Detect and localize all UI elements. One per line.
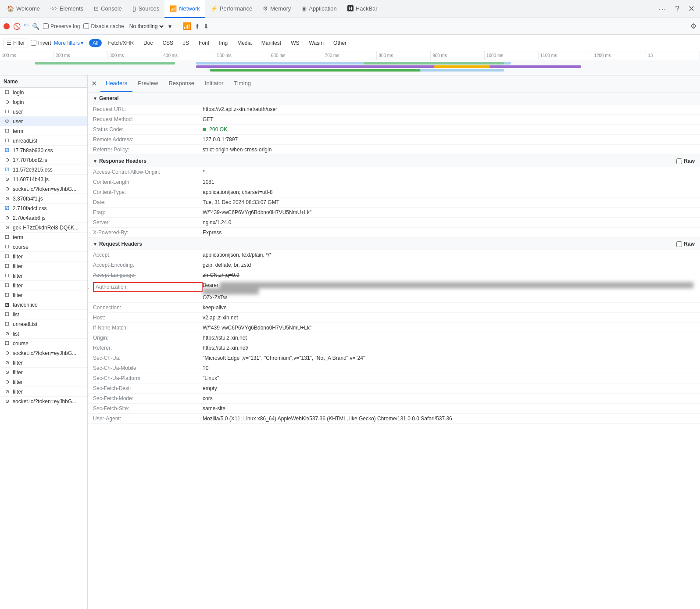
tab-memory[interactable]: ⚙ Memory [257,0,296,18]
req-name-list-1: list [13,312,84,318]
type-btn-wasm[interactable]: Wasm [306,39,328,47]
tab-sources[interactable]: {} Sources [127,0,164,18]
request-item-login-2[interactable]: ⊙ login [0,97,87,107]
req-name-filter-5: filter [13,292,84,298]
preserve-log-checkbox[interactable]: Preserve log [43,23,80,29]
request-item-course-1[interactable]: ☐ course [0,242,87,252]
request-item-favicon[interactable]: 🖼 favicon.ico [0,300,87,310]
type-btn-manifest[interactable]: Manifest [258,39,285,47]
request-item-unreadlist-2[interactable]: ☐ unreadList [0,319,87,329]
req-name-favicon: favicon.ico [13,302,84,308]
disable-cache-input[interactable] [83,23,89,29]
request-item-socket-1[interactable]: ⊙ socket.io/?token=eyJhbG... [0,184,87,194]
preserve-log-input[interactable] [43,23,49,29]
type-btn-js[interactable]: JS [179,39,193,47]
request-item-login-1[interactable]: ☐ login [0,88,87,97]
tab-timing[interactable]: Timing [229,75,257,92]
response-headers-section-header[interactable]: ▼ Response Headers Raw [88,155,700,167]
request-item-filter-3[interactable]: ☐ filter [0,271,87,281]
request-item-filter-5[interactable]: ☐ filter [0,290,87,300]
upload-har-icon[interactable]: ⬆ [195,23,200,30]
download-har-icon[interactable]: ⬇ [204,23,209,30]
type-btn-css[interactable]: CSS [159,39,177,47]
tab-performance[interactable]: ⚡ Performance [205,0,257,18]
request-item-socket-3[interactable]: ⊙ socket.io/?token=eyJhbG... [0,397,87,406]
tab-headers[interactable]: Headers [100,75,132,92]
throttle-dropdown-icon[interactable]: ▾ [168,23,171,30]
auth-blurred-value: ████████████████████████████████████████… [203,282,693,294]
type-btn-fetch-xhr[interactable]: Fetch/XHR [104,39,137,47]
tab-application[interactable]: ▣ Application [296,0,342,18]
request-item-term-1[interactable]: ☐ term [0,126,87,136]
request-item-filter-7[interactable]: ⊙ filter [0,368,87,377]
request-item-js-4[interactable]: ⊙ 2.70c4aab6.js [0,213,87,223]
tab-network[interactable]: 📶 Network [164,0,205,18]
more-tabs-btn[interactable]: ⋯ [655,2,670,15]
tab-initiator[interactable]: Initiator [200,75,229,92]
type-btn-doc[interactable]: Doc [140,39,156,47]
request-item-js-1[interactable]: ⊙ 17.707bbdf2.js [0,155,87,165]
type-btn-ws[interactable]: WS [287,39,303,47]
request-item-user-selected[interactable]: ⚙ user [0,117,87,126]
request-item-filter-9[interactable]: ⊙ filter [0,387,87,397]
request-item-filter-1[interactable]: ☐ filter [0,252,87,262]
request-item-js-2[interactable]: ⊙ 11.60714b43.js [0,175,87,184]
close-devtools-icon[interactable]: ✕ [685,2,698,15]
type-btn-all[interactable]: All [89,39,102,47]
invert-wrap[interactable]: Invert [31,40,51,46]
search-button[interactable]: 🔍 [32,23,39,30]
type-btn-img[interactable]: Img [215,39,231,47]
settings-icon[interactable]: ⚙ [690,22,696,30]
request-item-css-3[interactable]: ☑ 2.710fadcf.css [0,204,87,213]
request-item-filter-8[interactable]: ⊙ filter [0,377,87,387]
tab-response[interactable]: Response [163,75,200,92]
tick-900ms: 900 ms [431,51,485,60]
request-item-filter-6[interactable]: ⊙ filter [0,358,87,368]
request-item-unreadlist-1[interactable]: ☐ unreadList [0,136,87,146]
general-section-header[interactable]: ▼ General [88,92,700,104]
disable-cache-checkbox[interactable]: Disable cache [83,23,124,29]
request-item-list-2[interactable]: ⊙ list [0,329,87,339]
request-item-course-2[interactable]: ☐ course [0,339,87,348]
tab-console[interactable]: ⊡ Console [89,0,127,18]
request-item-filter-4[interactable]: ☐ filter [0,281,87,290]
request-raw-checkbox[interactable] [676,241,682,247]
throttle-select[interactable]: No throttling [128,23,165,30]
tab-more: ⋯ ? ✕ [655,2,698,15]
request-item-list-1[interactable]: ☐ list [0,310,87,319]
response-raw-checkbox[interactable] [676,158,682,164]
close-details-btn[interactable]: ✕ [91,79,97,88]
sources-icon: {} [132,5,136,12]
badge-icon[interactable]: ⁸⁵ [24,23,29,29]
request-item-term-2[interactable]: ☐ term [0,233,87,242]
req-icon-filter-7: ⊙ [4,369,11,375]
request-item-gok[interactable]: ⊙ gok-H7zzDkdnRel8-DQ6K... [0,223,87,233]
tick-300ms: 300 ms [108,51,162,60]
request-item-socket-2[interactable]: ⊙ socket.io/?token=eyJhbG... [0,348,87,358]
console-icon: ⊡ [94,5,99,12]
filter-input-wrap[interactable]: ☰ Filter [4,39,28,47]
field-value-sec-fetch-mode: cors [203,395,695,401]
type-btn-other[interactable]: Other [330,39,350,47]
record-button[interactable] [4,23,10,29]
general-section-title: General [99,95,119,101]
request-item-js-3[interactable]: ⊙ 3.370fa4f1.js [0,194,87,204]
request-item-css-1[interactable]: ☑ 17.7b8ab930.css [0,146,87,155]
details-panel: ✕ Headers Preview Response Initiator Tim… [88,75,700,609]
tab-elements[interactable]: </> Elements [45,0,89,18]
type-btn-media[interactable]: Media [234,39,255,47]
request-headers-section-header[interactable]: ▼ Request Headers Raw [88,238,700,250]
more-filters-btn[interactable]: More filters ▾ [54,40,83,46]
wifi-import-icon[interactable]: 📶 [182,22,191,30]
tab-hackbar[interactable]: H HackBar [342,0,383,18]
filter-separator [86,39,86,47]
clear-button[interactable]: 🚫 [13,23,21,30]
tab-preview[interactable]: Preview [132,75,163,92]
request-item-user-1[interactable]: ☐ user [0,107,87,117]
invert-checkbox[interactable] [31,40,36,46]
request-item-filter-2[interactable]: ☐ filter [0,262,87,271]
type-btn-font[interactable]: Font [195,39,213,47]
tab-welcome[interactable]: 🏠 Welcome [2,0,45,18]
help-icon[interactable]: ? [671,3,683,15]
request-item-css-2[interactable]: ☑ 11.572c9215.css [0,165,87,175]
